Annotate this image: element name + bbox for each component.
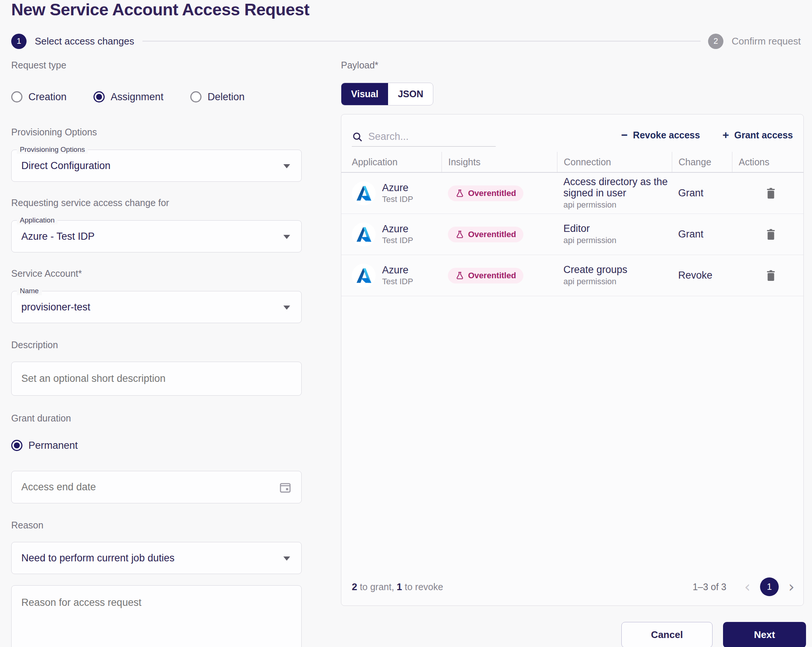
table-row[interactable]: Azure Test IDP Overentitled Editor api p… — [341, 214, 803, 255]
flask-icon — [455, 189, 464, 198]
revoke-count: 1 — [397, 581, 402, 592]
payload-section: Payload* Visual JSON — [341, 60, 804, 106]
access-end-date-wrap — [11, 471, 302, 503]
service-account-section-label: Service Account* — [11, 268, 302, 279]
delete-row-button[interactable] — [766, 228, 776, 240]
next-page-button[interactable]: › — [788, 579, 794, 594]
application-cell: Azure Test IDP — [341, 223, 441, 246]
radio-deletion[interactable]: Deletion — [190, 91, 244, 103]
trash-icon — [766, 187, 776, 199]
insight-label: Overentitled — [468, 188, 516, 198]
table-row[interactable]: Azure Test IDP Overentitled Access direc… — [341, 173, 803, 214]
change-value: Revoke — [678, 270, 713, 281]
grant-count: 2 — [352, 581, 357, 592]
change-cell: Grant — [672, 187, 732, 199]
overentitled-badge: Overentitled — [448, 185, 524, 201]
radio-permanent-label: Permanent — [28, 440, 78, 451]
insights-cell: Overentitled — [441, 226, 557, 242]
insight-label: Overentitled — [468, 229, 516, 239]
trash-icon — [766, 228, 776, 240]
azure-logo-icon — [352, 223, 376, 246]
access-changes-panel: − Revoke access + Grant access Applicati… — [341, 114, 804, 606]
delete-row-button[interactable] — [766, 187, 776, 199]
stepper-connector-line — [142, 41, 701, 41]
azure-logo-icon — [352, 181, 376, 205]
provisioning-options-field-label: Provisioning Options — [17, 145, 88, 154]
bottom-action-bar: Cancel Next — [621, 622, 806, 647]
table-row[interactable]: Azure Test IDP Overentitled Create group… — [341, 255, 803, 296]
connection-type: api permission — [563, 236, 672, 245]
change-cell: Revoke — [672, 270, 732, 281]
stepper: 1 Select access changes 2 Confirm reques… — [11, 32, 801, 50]
access-end-date-input[interactable] — [21, 481, 264, 493]
flask-icon — [455, 230, 464, 239]
calendar-icon[interactable] — [279, 481, 292, 495]
description-input-wrap — [11, 362, 302, 396]
revoke-access-button[interactable]: − Revoke access — [621, 128, 700, 141]
description-section-label: Description — [11, 340, 302, 350]
page-title: New Service Account Access Request — [11, 0, 310, 20]
step-1-label: Select access changes — [35, 35, 134, 47]
radio-creation-label: Creation — [28, 91, 67, 103]
pagination: 1–3 of 3 ‹ 1 › — [693, 577, 794, 596]
application-name: Azure — [382, 265, 413, 276]
insights-cell: Overentitled — [441, 185, 557, 201]
chevron-down-icon — [283, 235, 290, 239]
reason-textarea-wrap — [11, 585, 302, 647]
radio-creation[interactable]: Creation — [11, 91, 67, 103]
grant-duration-section-label: Grant duration — [11, 413, 302, 424]
azure-logo-icon — [352, 264, 376, 288]
grant-access-label: Grant access — [734, 130, 793, 141]
request-type-radio-group: Creation Assignment Deletion — [11, 89, 302, 105]
reason-section-label: Reason — [11, 520, 302, 531]
search-field — [352, 131, 496, 147]
table-header: Application Insights Connection Change A… — [341, 152, 803, 173]
delete-row-button[interactable] — [766, 270, 776, 281]
radio-assignment[interactable]: Assignment — [93, 91, 163, 103]
connection-type: api permission — [563, 200, 672, 210]
chevron-down-icon — [283, 306, 290, 310]
revoke-access-label: Revoke access — [633, 130, 700, 141]
plus-icon: + — [722, 128, 729, 141]
column-connection: Connection — [557, 152, 672, 172]
radio-permanent-icon[interactable] — [11, 440, 23, 451]
application-name: Azure — [382, 182, 413, 194]
application-idp: Test IDP — [382, 277, 413, 286]
application-idp: Test IDP — [382, 194, 413, 204]
chevron-down-icon — [283, 557, 290, 561]
change-cell: Grant — [672, 228, 732, 240]
cancel-button[interactable]: Cancel — [621, 622, 713, 647]
column-insights: Insights — [441, 152, 557, 172]
provisioning-options-select[interactable]: Provisioning Options Direct Configuratio… — [11, 150, 302, 182]
next-button[interactable]: Next — [723, 622, 806, 647]
application-select[interactable]: Application Azure - Test IDP — [11, 220, 302, 252]
insight-label: Overentitled — [468, 271, 516, 280]
reason-select[interactable]: Need to perform current job duties — [11, 542, 302, 574]
description-input[interactable] — [21, 373, 283, 384]
step-2-label: Confirm request — [732, 35, 801, 47]
overentitled-badge: Overentitled — [448, 268, 524, 283]
service-account-name-select[interactable]: Name provisioner-test — [11, 291, 302, 323]
service-account-field-label: Name — [17, 287, 42, 295]
search-icon — [352, 131, 363, 142]
current-page-indicator[interactable]: 1 — [760, 577, 779, 596]
panel-toolbar: − Revoke access + Grant access — [341, 115, 803, 147]
table-rows: Azure Test IDP Overentitled Access direc… — [341, 173, 803, 296]
connection-name: Access directory as the signed in user — [563, 176, 670, 199]
tab-visual[interactable]: Visual — [341, 83, 388, 105]
radio-creation-icon[interactable] — [11, 91, 23, 102]
toolbar-actions: − Revoke access + Grant access — [621, 128, 793, 147]
tab-json[interactable]: JSON — [388, 83, 433, 105]
grant-duration-radio-group: Permanent — [11, 437, 302, 454]
radio-assignment-icon[interactable] — [93, 91, 105, 102]
column-actions: Actions — [732, 152, 803, 172]
radio-deletion-icon[interactable] — [190, 91, 201, 102]
connection-cell: Access directory as the signed in user a… — [557, 176, 672, 210]
panel-footer: 2 to grant, 1 to revoke 1–3 of 3 ‹ 1 › — [341, 568, 803, 606]
search-input[interactable] — [368, 131, 496, 142]
reason-textarea[interactable] — [21, 597, 292, 646]
previous-page-button[interactable]: ‹ — [744, 579, 750, 594]
radio-deletion-label: Deletion — [208, 91, 244, 103]
radio-permanent[interactable]: Permanent — [11, 440, 78, 451]
grant-access-button[interactable]: + Grant access — [722, 128, 793, 141]
